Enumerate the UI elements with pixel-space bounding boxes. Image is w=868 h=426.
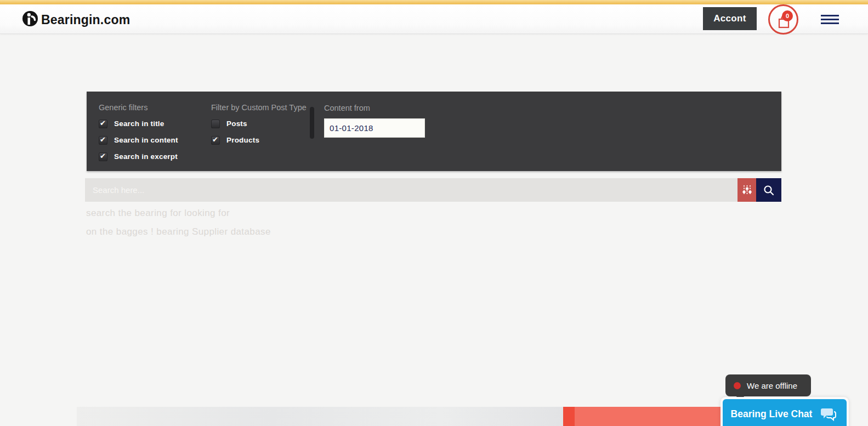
cart-button[interactable]: 0 bbox=[768, 4, 798, 35]
content-from-date-input[interactable] bbox=[324, 118, 425, 138]
magnifier-search-icon bbox=[763, 184, 775, 196]
search-input[interactable] bbox=[85, 178, 737, 202]
checkbox-search-in-content[interactable] bbox=[99, 136, 107, 145]
search-filter-panel: Generic filters Search in title Search i… bbox=[87, 92, 781, 171]
filter-option-search-in-excerpt[interactable]: Search in excerpt bbox=[99, 152, 178, 161]
top-accent-bar bbox=[0, 0, 868, 4]
filter-option-search-in-content[interactable]: Search in content bbox=[99, 135, 178, 145]
checkbox-posts[interactable] bbox=[211, 120, 220, 128]
speech-bubbles-icon bbox=[821, 407, 838, 422]
tagline-line-2: on the bagges ! bearing Supplier databas… bbox=[86, 226, 271, 237]
filter-option-search-in-title[interactable]: Search in title bbox=[99, 119, 178, 128]
chat-status-tooltip: We are offline bbox=[725, 374, 811, 396]
content-from-label: Content from bbox=[324, 104, 425, 112]
post-type-filters-title: Filter by Custom Post Type bbox=[211, 103, 307, 112]
checkbox-products[interactable] bbox=[211, 136, 220, 145]
sliders-filter-icon bbox=[742, 185, 752, 196]
generic-filters-column: Generic filters Search in title Search i… bbox=[99, 103, 178, 161]
checkbox-search-in-title[interactable] bbox=[99, 120, 107, 128]
footer-strip-coral-segment bbox=[575, 407, 725, 426]
tagline-line-1: search the bearing for looking for bbox=[86, 208, 230, 219]
footer-strip-red-segment bbox=[563, 407, 575, 426]
generic-filters-title: Generic filters bbox=[99, 103, 178, 112]
filter-option-posts[interactable]: Posts bbox=[211, 119, 307, 128]
search-submit-button[interactable] bbox=[756, 178, 781, 202]
bearing-logo-icon bbox=[22, 10, 38, 29]
header: Bearingin.com Accont 0 bbox=[0, 4, 868, 34]
account-button[interactable]: Accont bbox=[703, 7, 757, 30]
brand-name: Bearingin.com bbox=[41, 13, 130, 27]
checkbox-search-in-excerpt[interactable] bbox=[99, 152, 107, 161]
offline-status-dot bbox=[734, 382, 741, 389]
chat-status-text: We are offline bbox=[747, 381, 797, 390]
brand-logo[interactable]: Bearingin.com bbox=[22, 10, 130, 29]
filter-toggle-button[interactable] bbox=[737, 178, 756, 202]
live-chat-label: Bearing Live Chat bbox=[731, 408, 813, 421]
content-from-column: Content from bbox=[324, 104, 425, 138]
post-type-filters-column: Filter by Custom Post Type Posts Product… bbox=[211, 103, 307, 145]
search-bar bbox=[85, 178, 781, 202]
hamburger-menu-icon[interactable] bbox=[821, 15, 839, 24]
filter-option-products[interactable]: Products bbox=[211, 135, 307, 145]
footer-banner-strip bbox=[77, 407, 725, 426]
cart-count-badge: 0 bbox=[782, 10, 793, 21]
footer-strip-gray-segment bbox=[77, 407, 563, 426]
panel-scrollbar-thumb[interactable] bbox=[310, 107, 314, 139]
live-chat-button[interactable]: Bearing Live Chat bbox=[721, 397, 849, 426]
